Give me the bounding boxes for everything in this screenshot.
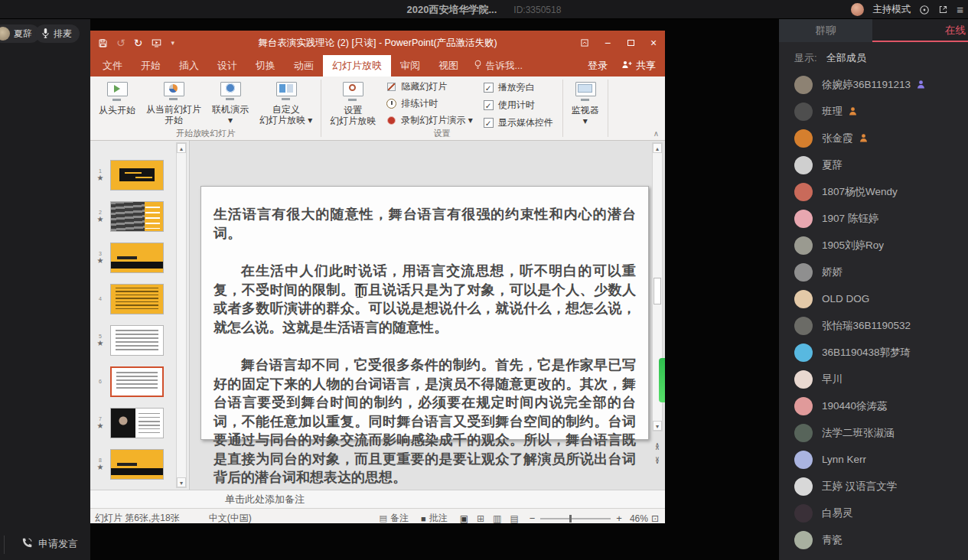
minimize-button[interactable]: − xyxy=(596,31,619,55)
ppt-titlebar[interactable]: ↺ ↻ ▾ 舞台表演实践理论 (2) [只读] - PowerPoint(产品激… xyxy=(90,31,665,55)
tab-online-members[interactable]: 在线 xyxy=(872,19,968,42)
ribbon-tab[interactable]: 幻灯片放映 xyxy=(323,55,391,77)
previous-slide-button[interactable]: ∧ xyxy=(652,441,663,453)
fit-to-window-icon[interactable]: ⊡ xyxy=(651,513,659,524)
zoom-slider-thumb[interactable] xyxy=(569,515,572,523)
member-list-item[interactable]: 张金霞 xyxy=(779,125,968,151)
thumbnails-scrollbar[interactable]: ▴ ▾ xyxy=(176,142,187,488)
ribbon-tab[interactable]: 动画 xyxy=(285,55,323,77)
ribbon-tab[interactable]: 审阅 xyxy=(391,55,429,77)
ribbon-tab[interactable]: 视图 xyxy=(429,55,468,77)
slideshow-view-icon[interactable]: ▤ xyxy=(510,513,518,524)
reading-view-icon[interactable]: ▥ xyxy=(493,513,501,524)
collapse-ribbon-icon[interactable]: ∧ xyxy=(653,129,659,138)
zoom-slider[interactable] xyxy=(540,518,611,519)
popout-icon[interactable] xyxy=(938,5,948,15)
thumbnail-row: 9 xyxy=(90,485,189,490)
scroll-up-icon[interactable]: ▴ xyxy=(653,143,662,153)
notes-pane[interactable]: 单击此处添加备注 xyxy=(90,490,665,508)
member-list-item[interactable]: OLD DOG xyxy=(779,285,968,312)
record-icon[interactable] xyxy=(919,5,930,15)
member-list-item[interactable]: 1907 陈钰婷 xyxy=(779,205,968,232)
menu-icon[interactable]: ≡ xyxy=(957,4,963,15)
maximize-button[interactable] xyxy=(619,31,642,55)
slide-number: 3 xyxy=(99,251,102,256)
setup-slideshow-button[interactable]: 设置 幻灯片放映 xyxy=(324,79,381,132)
ribbon-small-icon xyxy=(386,81,397,93)
ribbon-small-button[interactable]: 排练计时 xyxy=(386,97,472,110)
member-list-item[interactable]: 徐婉婷36B1191213 xyxy=(779,71,968,98)
user-avatar xyxy=(0,27,10,41)
member-list-item[interactable]: 青瓷 xyxy=(779,526,968,553)
member-list-item[interactable]: 夏辞 xyxy=(779,151,968,178)
ribbon-tab[interactable]: 切换 xyxy=(246,55,285,77)
member-list-item[interactable]: Lynn Kerr xyxy=(779,446,968,473)
host-avatar[interactable] xyxy=(851,3,864,16)
filter-value[interactable]: 全部成员 xyxy=(826,51,866,65)
zoom-in-icon[interactable]: + xyxy=(616,513,622,524)
request-to-speak-button[interactable]: 申请发言 xyxy=(21,537,78,551)
scroll-down-icon[interactable]: ▾ xyxy=(653,421,662,431)
login-button[interactable]: 登录 xyxy=(588,55,608,77)
member-list-item[interactable]: 36B1190438郭梦琦 xyxy=(779,339,968,366)
ribbon-tab[interactable]: 文件 xyxy=(93,55,132,77)
slide-thumbnail-panel: 1 ★ 2 ★ xyxy=(90,141,190,490)
member-list-item[interactable]: 1807杨悦Wendy xyxy=(779,178,968,205)
slide-thumbnail[interactable] xyxy=(110,325,164,356)
ribbon-big-button[interactable]: 从头开始 xyxy=(93,79,141,128)
zoom-level[interactable]: 46% xyxy=(630,513,648,524)
current-user-pill[interactable]: 夏辞 xyxy=(0,24,40,43)
slide-thumbnail[interactable] xyxy=(110,366,164,397)
ribbon-options-icon[interactable] xyxy=(573,31,596,55)
tell-me-button[interactable]: 告诉我... xyxy=(474,55,523,77)
member-avatar xyxy=(794,370,813,389)
member-list-item[interactable]: 班理 xyxy=(779,98,968,125)
slide-thumbnail[interactable] xyxy=(110,408,164,438)
slide-number: 7 xyxy=(99,416,102,422)
zoom-out-icon[interactable]: − xyxy=(530,513,536,524)
ribbon-small-button[interactable]: 录制幻灯片演示 ▾ xyxy=(386,114,472,127)
normal-view-icon[interactable]: ▣ xyxy=(460,513,468,524)
member-list-item[interactable]: 法学二班张淑涵 xyxy=(779,419,968,446)
scrollbar-thumb[interactable] xyxy=(653,278,661,304)
member-list-item[interactable]: 王婷 汉语言文学 xyxy=(779,473,968,500)
tab-group-chat[interactable]: 群聊 xyxy=(779,19,872,42)
member-name: 36B1190438郭梦琦 xyxy=(822,346,911,360)
member-list-item[interactable]: 娇娇 xyxy=(779,259,968,285)
ribbon-tab[interactable]: 开始 xyxy=(132,55,170,77)
member-avatar xyxy=(794,183,813,201)
ribbon-small-button[interactable]: 隐藏幻灯片 xyxy=(386,80,472,93)
next-slide-button[interactable]: ∨ xyxy=(652,456,663,468)
member-list-item[interactable]: 1905刘婷Roy xyxy=(779,232,968,259)
scroll-down-icon[interactable]: ▾ xyxy=(177,477,186,487)
slide-paragraph: 生活语言有很大的随意性，舞台语言有很强的约束性和内心的潜台词。 xyxy=(213,205,636,243)
ribbon-tab[interactable]: 插入 xyxy=(170,55,208,77)
monitor-button[interactable]: 监视器 ▾ xyxy=(566,79,605,129)
member-sidebar: 群聊 在线 显示: 全部成员 徐婉婷36B1191213 班理 xyxy=(779,19,968,560)
share-button[interactable]: 共享 xyxy=(621,55,656,77)
slide-sorter-view-icon[interactable]: ⊞ xyxy=(477,513,484,524)
member-list-item[interactable]: 190440徐涛蕊 xyxy=(779,392,968,419)
member-list-item[interactable]: 早川 xyxy=(779,366,968,392)
ribbon-big-button[interactable]: 联机演示 ▾ xyxy=(207,79,254,128)
ribbon-big-button[interactable]: 自定义 幻灯片放映 ▾ xyxy=(254,79,318,128)
slide-thumbnail[interactable] xyxy=(110,243,164,273)
zoom-control: − + xyxy=(530,513,622,524)
member-list-item[interactable]: 白易灵 xyxy=(779,500,968,526)
slide-thumbnail[interactable] xyxy=(110,160,164,190)
mic-queue-button[interactable]: 排麦 xyxy=(35,24,80,43)
ribbon-big-button[interactable]: 从当前幻灯片 开始 xyxy=(141,79,207,128)
animation-star-icon: ★ xyxy=(97,257,104,265)
ribbon-checkbox[interactable]: ✓ 播放旁白 xyxy=(484,81,553,94)
ribbon-tab[interactable]: 设计 xyxy=(208,55,246,77)
slide-thumbnail[interactable] xyxy=(110,449,164,480)
ribbon-checkbox[interactable]: ✓ 使用计时 xyxy=(484,99,553,112)
scroll-up-icon[interactable]: ▴ xyxy=(177,143,186,153)
close-button[interactable]: × xyxy=(642,31,665,55)
request-speak-label: 申请发言 xyxy=(38,537,78,551)
slide-thumbnail[interactable] xyxy=(110,201,164,232)
slide[interactable]: 生活语言有很大的随意性，舞台语言有很强的约束性和内心的潜台词。 在生活中人们此时… xyxy=(200,186,649,440)
slide-thumbnail[interactable] xyxy=(110,284,164,314)
comments-icon: ■ xyxy=(421,514,426,523)
member-list-item[interactable]: 张怡瑞36B1190532 xyxy=(779,312,968,339)
